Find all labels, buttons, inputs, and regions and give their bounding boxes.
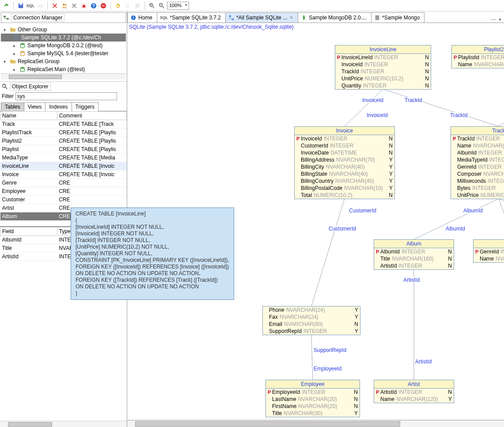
- col-field[interactable]: Field: [0, 227, 57, 236]
- object-explorer-header: Object Explorer: [0, 82, 127, 91]
- undo-icon[interactable]: [114, 1, 122, 10]
- obj-tab-indexes[interactable]: Indexes: [45, 102, 72, 111]
- users-icon[interactable]: [60, 1, 69, 10]
- entity-column: LastNameNVARCHAR(20)N: [266, 396, 360, 403]
- entity-column: PPlaylistIdINTEGERN: [452, 54, 504, 61]
- editor-tab[interactable]: Sample MongoDB 2.0....: [298, 12, 371, 23]
- svg-line-29: [311, 199, 345, 306]
- table-row[interactable]: PlaylistTrackCREATE TABLE [Playlis: [0, 128, 127, 137]
- editor-tab[interactable]: iHome: [127, 12, 157, 23]
- entity-invoiceline[interactable]: InvoiceLinePInvoiceLineIdINTEGERNInvoice…: [335, 45, 431, 90]
- tab-min-icon[interactable]: —: [491, 16, 496, 23]
- canvas-hscroll[interactable]: [127, 420, 504, 427]
- entity-album[interactable]: AlbumPAlbumIdINTEGERNTitleNVARCHAR(160)N…: [374, 239, 454, 270]
- main-toolbar: SQL sql ? 100%: [0, 0, 504, 11]
- svg-rect-8: [102, 5, 104, 6]
- entity-column: MillisecondsINTEGERN: [451, 178, 504, 185]
- editor-tab[interactable]: *Sample Mongo: [371, 12, 424, 23]
- tree-group[interactable]: ▾Other Group: [1, 26, 126, 34]
- entity-column: PInvoiceLineIdINTEGERN: [335, 54, 431, 61]
- table-row[interactable]: TrackCREATE TABLE [Track: [0, 120, 127, 128]
- entity-column: PhoneNVARCHAR(24)Y: [263, 306, 360, 314]
- fk-label: TrackId: [404, 97, 423, 103]
- entity-column: NameNVARCHAR(200)N: [451, 142, 504, 149]
- editor-tab[interactable]: *All Sample SQLite ...✕: [225, 12, 298, 23]
- entity-customertail[interactable]: PhoneNVARCHAR(24)YFaxNVARCHAR(24)YEmailN…: [262, 306, 360, 335]
- table-row[interactable]: EmployeeCRE: [0, 187, 127, 196]
- magnifier-icon: [2, 83, 8, 90]
- entity-column: BillingStateNVARCHAR(40)Y: [295, 170, 394, 178]
- table-row[interactable]: PlaylistCREATE TABLE [Playlis: [0, 145, 127, 154]
- tab-list-icon[interactable]: ▾: [499, 16, 501, 23]
- svg-rect-9: [136, 4, 140, 8]
- table-row[interactable]: GenreCRE: [0, 179, 127, 187]
- tools-icon[interactable]: [70, 1, 79, 10]
- svg-point-16: [21, 51, 25, 53]
- obj-tab-triggers[interactable]: Triggers: [72, 102, 99, 111]
- entity-title: Playlist2: [452, 45, 504, 54]
- cut-icon[interactable]: [50, 1, 59, 10]
- entity-column: PAlbumIdINTEGERN: [374, 248, 454, 255]
- table-row[interactable]: Playlist2CREATE TABLE [Playlis: [0, 137, 127, 145]
- table-row[interactable]: CustomerCRE: [0, 196, 127, 204]
- connect-icon[interactable]: [2, 1, 11, 10]
- entity-title: Invoice: [295, 127, 394, 135]
- svg-line-30: [414, 199, 499, 239]
- sql-light-icon[interactable]: sql: [36, 1, 45, 10]
- fk-label: AlbumId: [445, 226, 466, 232]
- entity-column: MediaTypeIdINTEGERN: [451, 156, 504, 163]
- svg-line-24: [345, 89, 383, 126]
- tree-hscroll[interactable]: [1, 73, 126, 79]
- entity-column: QuantityINTEGERN: [335, 82, 431, 89]
- entity-artist[interactable]: ArtistPArtistIdINTEGERNNameNVARCHAR(120)…: [374, 380, 454, 403]
- redo-icon[interactable]: [123, 1, 132, 10]
- zoom-combo[interactable]: 100%: [167, 2, 189, 10]
- fk-label: TrackId: [449, 112, 469, 118]
- entity-column: UnitPriceNUMERIC(10,2)N: [451, 192, 504, 199]
- stop-icon[interactable]: [99, 1, 108, 10]
- entity-column: InvoiceDateDATETIMEN: [295, 149, 394, 156]
- tree-group[interactable]: ▾ReplicaSet Group: [1, 57, 126, 65]
- svg-text:?: ?: [92, 3, 95, 8]
- entity-column: BillingCountryNVARCHAR(40)Y: [295, 178, 394, 185]
- table-row[interactable]: InvoiceCREATE TABLE [Invoic: [0, 170, 127, 179]
- tree-connection[interactable]: ▸Sample MySQL 5.4 (tester@tester: [1, 49, 126, 57]
- col-comment[interactable]: Comment: [57, 112, 126, 120]
- svg-point-17: [21, 67, 25, 69]
- close-icon[interactable]: ✕: [290, 15, 293, 20]
- obj-tab-views[interactable]: Views: [24, 102, 46, 111]
- obj-tab-tables[interactable]: Tables: [1, 102, 24, 111]
- filter-input[interactable]: [15, 92, 117, 100]
- connection-string: SQLite (Sample SQLite 3.7.2, jdbc:sqlite…: [129, 24, 294, 30]
- svg-point-18: [3, 84, 6, 87]
- editor-tab[interactable]: SQL*Sample SQLite 3.7.2: [157, 12, 226, 23]
- table-row[interactable]: MediaTypeCREATE TABLE [Media: [0, 154, 127, 162]
- object-tabs: TablesViewsIndexesTriggers: [0, 102, 127, 111]
- col-name[interactable]: Name: [0, 112, 57, 120]
- entity-column: BytesINTEGERY: [451, 185, 504, 192]
- save-icon[interactable]: [16, 1, 25, 10]
- svg-rect-21: [229, 15, 231, 17]
- zoom-in-icon[interactable]: [148, 1, 156, 10]
- connection-manager-header: Connection Manager: [1, 12, 126, 23]
- tree-connection[interactable]: ▸Sample MongoDB 2.0.2 (@test): [1, 42, 126, 49]
- entity-column: PArtistIdINTEGERN: [374, 389, 454, 396]
- entity-invoice[interactable]: InvoicePInvoiceIdINTEGERNCustomerIdINTEG…: [294, 126, 395, 199]
- sql-icon[interactable]: SQL: [26, 1, 35, 10]
- fk-label: CustomerId: [328, 226, 357, 232]
- svg-point-4: [83, 4, 85, 8]
- entity-column: ComposerNVARCHAR(220)Y: [451, 170, 504, 178]
- table-row[interactable]: InvoiceLineCREATE TABLE [Invoic: [0, 162, 127, 170]
- entity-title: Genre: [474, 240, 504, 248]
- entity-genre[interactable]: GenrePGenreIdINTEGERNNameNVARCHAR(120)Y: [473, 239, 504, 263]
- bug-icon[interactable]: [80, 1, 88, 10]
- entity-column: GenreIdINTEGERY: [451, 163, 504, 170]
- tree-connection[interactable]: Sample SQLite 3.7.2 (@c:/dev/Ch: [1, 34, 126, 42]
- help-icon[interactable]: ?: [89, 1, 98, 10]
- zoom-out-icon[interactable]: [157, 1, 166, 10]
- fields-hscroll[interactable]: [0, 421, 127, 427]
- entity-playlist2[interactable]: Playlist2PPlaylistIdINTEGERNNameNVARCHAR…: [451, 45, 504, 68]
- tree-connection[interactable]: ▸ReplicaSet Main (@test): [1, 65, 126, 73]
- entity-employee[interactable]: EmployeePEmployeeIdINTEGERNLastNameNVARC…: [265, 380, 360, 417]
- entity-track[interactable]: TrackPTrackIdINTEGERNNameNVARCHAR(200)NA…: [451, 126, 504, 199]
